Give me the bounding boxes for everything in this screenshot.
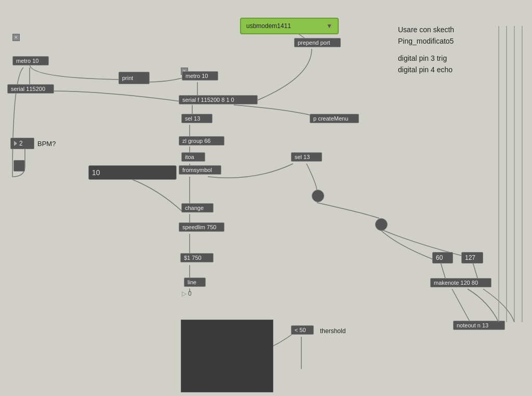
zl-group66-node[interactable]: zl group 66 [179, 136, 224, 146]
zero-node: ▷ 0 [182, 290, 192, 297]
circle1-node[interactable] [312, 190, 324, 202]
p-createmenu-node[interactable]: p createMenu [310, 114, 359, 123]
numbox-arrow [14, 141, 17, 146]
num127-box[interactable]: 127 [461, 252, 483, 263]
dropdown-arrow-icon: ▼ [326, 22, 332, 30]
print-node[interactable]: print [118, 72, 150, 84]
bpm-label: BPM? [37, 140, 56, 148]
sel13-right-node[interactable]: sel 13 [291, 152, 322, 162]
change-node[interactable]: change [181, 203, 214, 213]
prepend-port-node[interactable]: prepend port [294, 38, 341, 47]
num60-box[interactable]: 60 [432, 252, 453, 263]
itoa-node[interactable]: itoa [181, 152, 205, 162]
fromsymbol-node[interactable]: fromsymbol [179, 165, 221, 175]
serial-f-node[interactable]: serial f 115200 8 1 0 [179, 95, 258, 104]
circle2-node[interactable] [375, 218, 388, 231]
serial115200-node[interactable]: serial 115200 [7, 84, 54, 94]
big-rect [181, 320, 273, 392]
comment-text: Usare con skecth Ping_modificato5 digita… [398, 24, 454, 76]
lt50-node[interactable]: < 50 [291, 325, 314, 335]
usbmodem-node[interactable]: usbmodem1411 ▼ [240, 18, 339, 34]
speedlim-node[interactable]: speedlim 750 [179, 222, 224, 232]
dollar1-750-node[interactable]: $1 750 [180, 253, 214, 262]
toggle-node[interactable] [14, 160, 25, 171]
threshold-label: thershold [320, 327, 345, 335]
num10-node[interactable]: 10 [88, 165, 177, 180]
close-x-top[interactable]: ✕ [12, 34, 20, 41]
metro10-top-node[interactable]: metro 10 [12, 56, 49, 65]
sel13-left-node[interactable]: sel 13 [181, 114, 212, 123]
line-node[interactable]: line [184, 278, 206, 287]
noteout-node[interactable]: noteout n 13 [453, 321, 505, 330]
metro10-mid-node[interactable]: metro 10 [182, 71, 218, 81]
num2-box[interactable]: 2 [10, 138, 34, 149]
makenote-node[interactable]: makenote 120 80 [430, 278, 491, 287]
